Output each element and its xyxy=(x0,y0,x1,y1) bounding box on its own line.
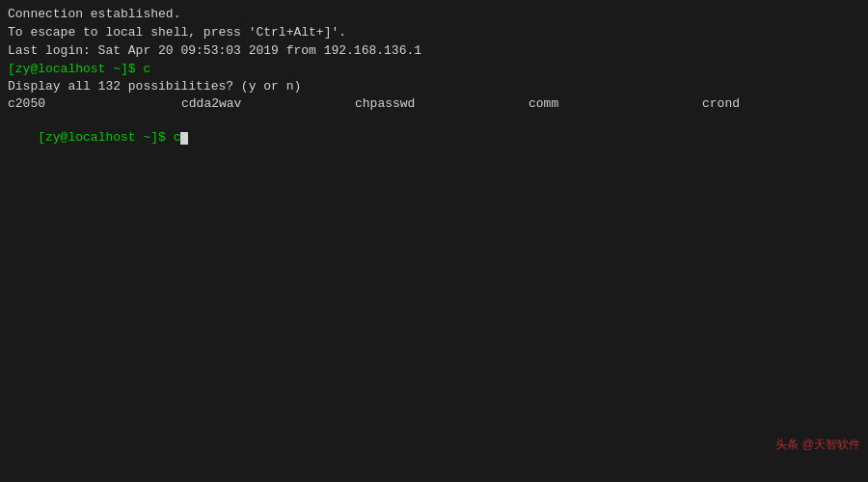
list-item: c2050 xyxy=(8,96,181,111)
query-line: Display all 132 possibilities? (y or n) xyxy=(8,78,860,96)
list-item: chpasswd xyxy=(355,96,529,111)
table-row: c2050cdda2wavchpasswdcommcrond xyxy=(8,96,868,111)
header-line: Connection established. xyxy=(8,6,860,24)
list-item: cdda2wav xyxy=(181,96,355,111)
cursor xyxy=(180,132,188,145)
prompt-line-2: [zy@localhost ~]$ c xyxy=(8,111,860,166)
list-item: crond xyxy=(702,96,868,111)
terminal: Connection established.To escape to loca… xyxy=(0,0,868,482)
header-line: Last login: Sat Apr 20 09:53:03 2019 fro… xyxy=(8,42,860,61)
completion-columns: c2050cdda2wavchpasswdcommcrondc2070cdda-… xyxy=(8,96,860,111)
watermark: 头条 @天智软件 xyxy=(775,437,860,453)
prompt-line-1: [zy@localhost ~]$ c xyxy=(8,61,860,79)
list-item: comm xyxy=(529,96,702,111)
header-line: To escape to local shell, press 'Ctrl+Al… xyxy=(8,24,860,42)
